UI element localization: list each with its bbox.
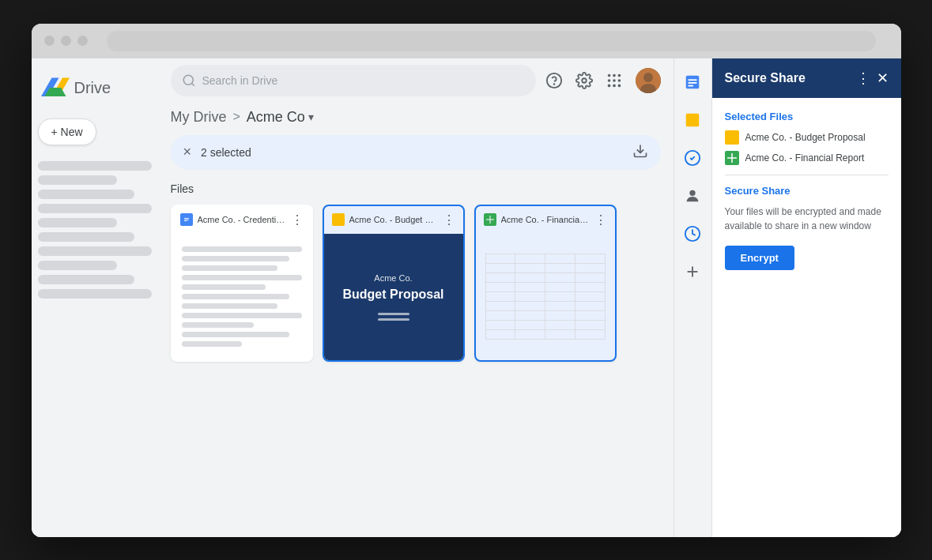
sidebar-person-icon[interactable]	[681, 185, 704, 207]
file-preview-budget: Acme Co. Budget Proposal	[324, 234, 463, 360]
sheet-cell	[545, 283, 575, 292]
browser-content: Drive + New	[32, 58, 901, 537]
doc-line	[182, 313, 302, 318]
plus-sidebar-icon	[684, 263, 701, 280]
files-grid: Acme Co. - Credentials ⋮	[171, 205, 661, 362]
panel-file-name-financial: Acme Co. - Financial Report	[745, 152, 865, 163]
sheet-cell	[575, 292, 605, 302]
file-menu-financial[interactable]: ⋮	[594, 212, 607, 227]
sheet-cell	[515, 264, 545, 273]
secure-share-heading: Secure Share	[725, 185, 889, 197]
svg-point-9	[613, 73, 616, 77]
sheet-cell	[545, 254, 575, 264]
budget-preview-lines	[378, 313, 409, 321]
sidebar-line-1	[38, 161, 152, 171]
settings-icon[interactable]	[575, 72, 593, 89]
search-bar[interactable]: Search in Drive	[171, 65, 536, 96]
sheet-cell	[515, 311, 545, 321]
sidebar-nav-placeholder	[38, 161, 152, 299]
svg-point-18	[643, 73, 653, 82]
search-icon	[182, 73, 196, 88]
sidebar-doc-icon[interactable]	[681, 71, 704, 93]
doc-icon	[180, 213, 193, 226]
sheet-cell	[485, 302, 515, 311]
sheet-row	[485, 321, 605, 330]
right-icon-bar	[674, 58, 711, 537]
svg-point-34	[689, 190, 695, 195]
sheet-cell	[515, 321, 545, 330]
sheet-row	[485, 330, 605, 340]
sheet-cell	[575, 302, 605, 311]
search-placeholder: Search in Drive	[202, 74, 278, 87]
svg-rect-29	[689, 79, 697, 81]
encrypt-button[interactable]: Encrypt	[725, 246, 794, 270]
apps-icon[interactable]	[606, 72, 623, 89]
svg-rect-24	[184, 220, 187, 221]
topbar: Search in Drive	[158, 58, 674, 103]
sidebar-line-5	[38, 218, 118, 227]
doc-line	[182, 256, 290, 261]
breadcrumb-current-label[interactable]: Acme Co	[247, 109, 305, 126]
deselect-button[interactable]: ×	[183, 144, 192, 160]
panel-file-item-financial: Acme Co. - Financial Report	[725, 151, 889, 165]
file-card-budget[interactable]: Acme Co. - Budget Pro... ⋮ Acme Co. Budg…	[323, 205, 465, 362]
sheet-cell	[575, 264, 605, 273]
panel-description: Your files will be encrypted and made av…	[725, 205, 889, 233]
browser-dot-yellow	[61, 36, 71, 46]
content-area: My Drive > Acme Co ▾ × 2 selected	[158, 103, 674, 537]
sheet-row	[485, 283, 605, 292]
avatar-svg	[636, 68, 661, 93]
file-name-budget: Acme Co. - Budget Pro...	[349, 215, 438, 224]
selected-files-heading: Selected Files	[725, 111, 889, 122]
breadcrumb-dropdown-icon[interactable]: ▾	[308, 111, 314, 123]
svg-point-15	[613, 84, 616, 87]
sidebar-plus-icon[interactable]	[681, 261, 704, 283]
sidebar-clock-icon[interactable]	[681, 223, 704, 245]
slides-icon	[332, 213, 345, 226]
file-card-financial[interactable]: Acme Co. - Financial R... ⋮	[474, 205, 617, 362]
sidebar-check-icon[interactable]	[681, 147, 704, 169]
sheet-cell	[545, 264, 575, 273]
sidebar: Drive + New	[32, 58, 158, 537]
sheet-cell	[485, 283, 515, 292]
panel-close-button[interactable]: ✕	[877, 70, 889, 87]
file-menu-credentials[interactable]: ⋮	[291, 212, 304, 227]
download-button[interactable]	[632, 143, 648, 162]
sheet-cell	[545, 273, 575, 283]
sheet-cell	[485, 264, 515, 273]
sheet-row	[485, 311, 605, 321]
help-icon[interactable]	[545, 72, 563, 89]
file-card-header-budget: Acme Co. - Budget Pro... ⋮	[324, 206, 463, 234]
doc-line	[182, 275, 302, 280]
sheet-cell	[575, 254, 605, 264]
doc-preview-credentials	[172, 237, 311, 356]
doc-sidebar-icon	[684, 73, 701, 91]
breadcrumb-separator: >	[233, 110, 240, 124]
sheet-cell	[545, 292, 575, 302]
file-preview-financial	[476, 234, 615, 360]
check-circle-sidebar-icon	[684, 149, 701, 167]
panel-more-button[interactable]: ⋮	[856, 70, 870, 87]
sidebar-line-10	[38, 289, 152, 299]
sheet-cell	[575, 311, 605, 321]
file-name-credentials: Acme Co. - Credentials	[198, 215, 286, 224]
main-area: Search in Drive	[158, 58, 674, 537]
svg-point-11	[607, 79, 610, 82]
sidebar-line-3	[38, 190, 134, 199]
file-card-credentials[interactable]: Acme Co. - Credentials ⋮	[171, 205, 313, 362]
svg-line-4	[191, 83, 194, 85]
avatar[interactable]	[636, 68, 661, 93]
sheet-cell	[515, 292, 545, 302]
doc-line	[182, 246, 302, 252]
file-card-header-financial: Acme Co. - Financial R... ⋮	[476, 206, 615, 234]
browser-titlebar	[32, 24, 901, 58]
new-button[interactable]: + New	[38, 118, 96, 145]
panel-title: Secure Share	[725, 71, 850, 85]
breadcrumb-root[interactable]: My Drive	[171, 109, 227, 126]
sidebar-slides-icon[interactable]	[681, 109, 704, 131]
file-menu-budget[interactable]: ⋮	[443, 212, 455, 227]
doc-line	[182, 265, 278, 271]
browser-addressbar	[107, 31, 876, 51]
sheet-row	[485, 254, 605, 264]
files-section-label: Files	[171, 182, 661, 195]
